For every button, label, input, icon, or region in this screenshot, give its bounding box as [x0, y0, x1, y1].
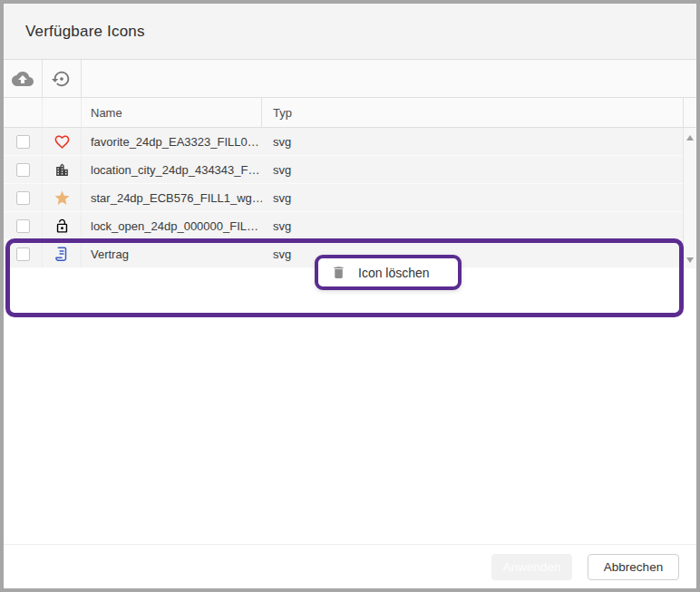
- apply-button[interactable]: Anwenden: [491, 554, 572, 580]
- row-name: star_24dp_ECB576_FILL1_wg…: [82, 184, 262, 211]
- row-name: Vertrag: [82, 240, 262, 267]
- row-checkbox[interactable]: [16, 191, 30, 205]
- column-header-name[interactable]: Name: [82, 98, 262, 127]
- row-name: location_city_24dp_434343_F…: [82, 156, 262, 183]
- scroll-up-icon[interactable]: [686, 135, 694, 141]
- context-menu-item-delete[interactable]: Icon löschen: [315, 255, 462, 290]
- upload-icon-button[interactable]: [4, 60, 43, 97]
- column-header-type[interactable]: Typ: [262, 98, 683, 127]
- cancel-button[interactable]: Abbrechen: [588, 554, 679, 580]
- contract-icon: [43, 240, 82, 267]
- table-header-row: Name Typ: [4, 98, 696, 128]
- header-checkbox-column: [4, 98, 43, 127]
- dialog-title: Verfügbare Icons: [4, 23, 145, 41]
- row-checkbox[interactable]: [16, 247, 30, 261]
- trash-icon: [331, 265, 346, 280]
- icons-table-body: favorite_24dp_EA3323_FILL0…svglocation_c…: [4, 128, 683, 268]
- lock-open-icon: [43, 212, 82, 239]
- row-checkbox[interactable]: [16, 219, 30, 233]
- row-type: svg: [262, 184, 683, 211]
- heart-outline-icon: [43, 128, 82, 155]
- row-checkbox-cell: [4, 184, 43, 211]
- scroll-down-icon[interactable]: [686, 257, 694, 263]
- table-row[interactable]: star_24dp_ECB576_FILL1_wg…svg: [4, 184, 683, 212]
- row-type: svg: [262, 212, 683, 239]
- history-restore-icon: [52, 69, 72, 89]
- restore-icons-button[interactable]: [43, 60, 82, 97]
- row-checkbox-cell: [4, 128, 43, 155]
- row-checkbox-cell: [4, 212, 43, 239]
- row-checkbox-cell: [4, 240, 43, 267]
- row-type: svg: [262, 128, 683, 155]
- row-type: svg: [262, 156, 683, 183]
- dialog-header: Verfügbare Icons: [4, 4, 696, 60]
- row-name: favorite_24dp_EA3323_FILL0…: [82, 128, 262, 155]
- row-name: lock_open_24dp_000000_FIL…: [82, 212, 262, 239]
- context-menu-label: Icon löschen: [358, 266, 430, 280]
- table-row[interactable]: location_city_24dp_434343_F…svg: [4, 156, 683, 184]
- star-icon: [43, 184, 82, 211]
- row-checkbox[interactable]: [16, 163, 30, 177]
- table-row[interactable]: favorite_24dp_EA3323_FILL0…svg: [4, 128, 683, 156]
- city-building-icon: [43, 156, 82, 183]
- cloud-upload-icon: [12, 70, 34, 88]
- table-scrollbar[interactable]: [683, 128, 696, 268]
- row-checkbox[interactable]: [16, 135, 30, 149]
- header-scrollbar-spacer: [683, 98, 696, 127]
- header-icon-column: [43, 98, 82, 127]
- icons-toolbar: [4, 60, 696, 98]
- table-row[interactable]: lock_open_24dp_000000_FIL…svg: [4, 212, 683, 240]
- dialog-footer: Anwenden Abbrechen: [4, 544, 696, 588]
- row-checkbox-cell: [4, 156, 43, 183]
- available-icons-dialog: Verfügbare Icons Name Typ favorite_24dp_…: [0, 0, 700, 592]
